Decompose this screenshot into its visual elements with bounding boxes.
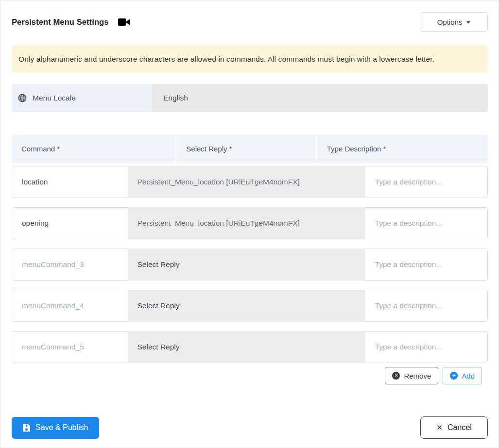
remove-button-label: Remove [404, 372, 431, 380]
panel-footer: Save & Publish ✕ Cancel [12, 416, 488, 439]
column-header-select-reply: Select Reply * [176, 135, 316, 163]
reply-select[interactable]: Select Reply [128, 290, 365, 322]
reply-select[interactable]: Persistent_Menu_location [URiEuTgeM4nomF… [128, 166, 365, 198]
command-input[interactable] [12, 290, 128, 322]
command-input[interactable] [12, 207, 128, 239]
row-actions: ✕ Remove + Add [12, 367, 488, 384]
warning-banner: Only alphanumeric and underscore charact… [12, 45, 488, 73]
video-camera-icon [118, 18, 130, 26]
persistent-menu-settings-panel: Persistent Menu Settings Options Only al… [0, 0, 499, 448]
cancel-button-label: Cancel [447, 423, 472, 432]
add-button-label: Add [462, 372, 475, 380]
add-circle-icon: + [450, 372, 458, 380]
chevron-down-icon [466, 21, 470, 24]
menu-locale-group: Menu Locale [12, 84, 488, 112]
options-button-label: Options [437, 18, 463, 26]
add-row-button[interactable]: + Add [443, 367, 482, 384]
menu-locale-label-text: Menu Locale [33, 94, 76, 102]
table-row: Select Reply [12, 290, 488, 322]
remove-circle-icon: ✕ [392, 372, 400, 380]
table-row: Persistent_Menu_location [URiEuTgeM4nomF… [12, 207, 488, 239]
command-rows: Persistent_Menu_location [URiEuTgeM4nomF… [12, 166, 488, 363]
cancel-x-icon: ✕ [436, 423, 443, 432]
description-input[interactable] [365, 166, 488, 198]
menu-locale-value-input [152, 84, 488, 112]
reply-select[interactable]: Persistent_Menu_location [URiEuTgeM4nomF… [128, 207, 365, 239]
description-input[interactable] [365, 207, 488, 239]
save-icon [22, 424, 31, 432]
remove-row-button[interactable]: ✕ Remove [385, 367, 438, 384]
command-input[interactable] [12, 331, 128, 363]
table-header-row: Command * Select Reply * Type Descriptio… [12, 135, 488, 163]
description-input[interactable] [365, 331, 488, 363]
panel-header: Persistent Menu Settings Options [12, 0, 488, 32]
description-input[interactable] [365, 290, 488, 322]
command-input[interactable] [12, 249, 128, 281]
save-publish-button[interactable]: Save & Publish [12, 417, 99, 439]
menu-locale-label: Menu Locale [12, 84, 152, 112]
globe-icon [18, 94, 27, 102]
column-header-type-description: Type Description * [317, 135, 488, 163]
reply-select[interactable]: Select Reply [128, 249, 365, 281]
command-input[interactable] [12, 166, 128, 198]
description-input[interactable] [365, 249, 488, 281]
cancel-button[interactable]: ✕ Cancel [420, 416, 488, 439]
save-publish-label: Save & Publish [35, 423, 88, 432]
warning-banner-text: Only alphanumeric and underscore charact… [18, 55, 434, 64]
table-row: Select Reply [12, 249, 488, 281]
page-title: Persistent Menu Settings [12, 17, 109, 27]
column-header-command: Command * [12, 135, 176, 163]
table-row: Select Reply [12, 331, 488, 363]
options-button[interactable]: Options [420, 12, 488, 32]
reply-select[interactable]: Select Reply [128, 331, 365, 363]
table-row: Persistent_Menu_location [URiEuTgeM4nomF… [12, 166, 488, 198]
